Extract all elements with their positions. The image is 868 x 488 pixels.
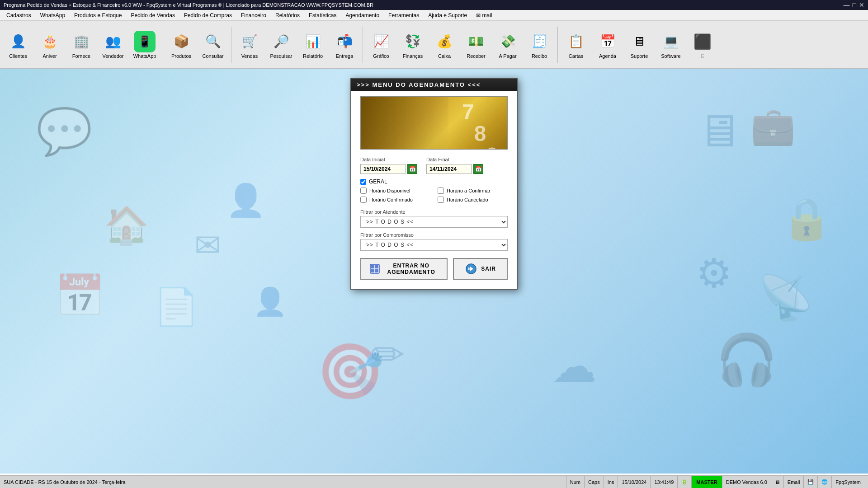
filtro-compromisso-select[interactable]: >> T O D O S <<: [360, 239, 508, 251]
enter-agendamento-button[interactable]: ENTRAR NO AGENDAMENTO: [360, 258, 448, 280]
menu-pedido-compras[interactable]: Pedido de Compras: [179, 11, 236, 19]
menu-ferramentas[interactable]: Ferramentas: [384, 11, 424, 19]
sair-label: SAIR: [481, 266, 496, 272]
data-inicial-input[interactable]: [360, 164, 406, 174]
btn-cartas[interactable]: 📋 Cartas: [561, 29, 590, 61]
btn-receber[interactable]: 💵 Receber: [462, 29, 491, 61]
clientes-icon: 👤: [7, 31, 29, 52]
btn-caixa[interactable]: 💰 Caixa: [430, 29, 459, 61]
status-hdd-icon: 💾: [803, 476, 817, 488]
data-final-group: Data Final 📅: [426, 157, 483, 174]
data-inicial-wrapper: 📅: [360, 164, 417, 174]
data-inicial-calendar-button[interactable]: 📅: [407, 164, 417, 174]
horario-confirmado-checkbox[interactable]: [360, 197, 367, 203]
recibo-icon: 🧾: [528, 31, 550, 52]
btn-a-pagar[interactable]: 💸 A Pagar: [493, 29, 522, 61]
pesquisar-icon: 🔎: [270, 31, 292, 52]
status-date: 15/10/2024: [618, 476, 650, 488]
filtro-atendente-select[interactable]: >> T O D O S <<: [360, 216, 508, 228]
minimize-button[interactable]: —: [844, 1, 850, 9]
btn-agenda[interactable]: 📅 Agenda: [593, 29, 622, 61]
modal-body: 7 8 9 Data Inicial 📅 Data Final: [351, 91, 517, 289]
btn-aniver[interactable]: 🎂 Aniver: [35, 29, 64, 61]
menu-ajuda-suporte[interactable]: Ajuda e Suporte: [424, 11, 472, 19]
horario-disponivel-row: Horário Disponível: [360, 188, 430, 194]
data-final-input[interactable]: [426, 164, 472, 174]
svg-rect-4: [375, 269, 378, 272]
close-button[interactable]: ✕: [859, 1, 864, 9]
relatorio-icon: 📊: [302, 31, 324, 52]
horario-confirmar-checkbox[interactable]: [438, 188, 444, 194]
modal-title-bar: >>> MENU DO AGENDAMENTO <<<: [351, 79, 517, 91]
horario-cancelado-checkbox[interactable]: [438, 197, 444, 203]
svg-rect-2: [371, 269, 374, 272]
window-controls[interactable]: — □ ✕: [844, 1, 864, 9]
geral-checkbox[interactable]: [360, 179, 366, 185]
menu-produtos-estoque[interactable]: Produtos e Estoque: [70, 11, 126, 19]
btn-consultar[interactable]: 🔍 Consultar: [198, 29, 227, 61]
title-text: Programa Pedido de Vendas + Estoque & Fi…: [4, 2, 373, 8]
menu-relatorios[interactable]: Relatórios: [271, 11, 304, 19]
btn-recibo[interactable]: 🧾 Recibo: [525, 29, 554, 61]
toolbar-sep-1: [163, 27, 163, 63]
btn-pesquisar[interactable]: 🔎 Pesquisar: [267, 29, 296, 61]
btn-whatsapp[interactable]: 📱 WhatsApp: [130, 29, 159, 61]
status-caps: Caps: [584, 476, 604, 488]
toolbar-sep-2: [231, 27, 231, 63]
modal-overlay: >>> MENU DO AGENDAMENTO <<< 7 8 9 Data I…: [0, 69, 868, 474]
horario-confirmado-label: Horário Confirmado: [369, 197, 413, 202]
status-num: Num: [566, 476, 584, 488]
status-bar: SUA CIDADE - RS 15 de Outubro de 2024 - …: [0, 475, 868, 488]
status-time: 13:41:49: [650, 476, 677, 488]
sair-button[interactable]: SAIR: [453, 258, 508, 280]
background: 💬 🏠 📅 📄 ✉ 🖥 💼 🔒 📡 ⚙ 🎧 👤 👤 🎯 ✏ ☁ >>> MENU…: [0, 69, 868, 474]
btn-vendas[interactable]: 🛒 Vendas: [235, 29, 264, 61]
menu-whatsapp[interactable]: WhatsApp: [36, 11, 70, 19]
sair-icon: [465, 263, 477, 275]
software-icon: 💻: [660, 31, 682, 52]
receber-icon: 💵: [465, 31, 487, 52]
status-network-icon: 🌐: [817, 476, 831, 488]
grafico-icon: 📈: [370, 31, 392, 52]
filtro-atendente-label: Filtrar por Atendente: [360, 209, 508, 215]
btn-relatorio[interactable]: 📊 Relatório: [298, 29, 327, 61]
menu-cadastros[interactable]: Cadastros: [2, 11, 36, 19]
status-ins: Ins: [604, 476, 618, 488]
horario-disponivel-checkbox[interactable]: [360, 188, 367, 194]
maximize-button[interactable]: □: [853, 1, 856, 9]
modal-buttons: ENTRAR NO AGENDAMENTO SAIR: [360, 258, 508, 280]
fornece-icon: 🏢: [71, 31, 92, 52]
btn-exit[interactable]: ⬛ E: [688, 29, 717, 61]
btn-grafico[interactable]: 📈 Gráfico: [367, 29, 396, 61]
status-city: SUA CIDADE - RS 15 de Outubro de 2024 - …: [4, 479, 566, 485]
menu-pedido-vendas[interactable]: Pedido de Vendas: [126, 11, 179, 19]
horario-confirmar-label: Horário a Confirmar: [447, 188, 491, 193]
enter-icon: [369, 263, 380, 275]
title-bar: Programa Pedido de Vendas + Estoque & Fi…: [0, 0, 868, 10]
menu-financeiro[interactable]: Financeiro: [236, 11, 271, 19]
btn-entrega[interactable]: 📬 Entrega: [330, 29, 359, 61]
btn-financas[interactable]: 💱 Finanças: [398, 29, 427, 61]
data-final-calendar-button[interactable]: 📅: [473, 164, 483, 174]
filtro-compromisso-label: Filtrar por Compromisso: [360, 232, 508, 238]
menu-email[interactable]: ✉ mail: [472, 11, 496, 19]
btn-fornece[interactable]: 🏢 Fornece: [67, 29, 96, 61]
btn-produtos[interactable]: 📦 Produtos: [167, 29, 196, 61]
menu-estatisticas[interactable]: Estatísticas: [304, 11, 341, 19]
geral-row: GERAL: [360, 178, 508, 185]
btn-clientes[interactable]: 👤 Clientes: [4, 29, 33, 61]
enter-agendamento-label: ENTRAR NO AGENDAMENTO: [384, 263, 439, 275]
svg-rect-3: [375, 265, 378, 268]
date-row: Data Inicial 📅 Data Final 📅: [360, 157, 508, 174]
horario-cancelado-row: Horário Cancelado: [438, 197, 508, 203]
btn-vendedor[interactable]: 👥 Vendedor: [99, 29, 127, 61]
btn-suporte[interactable]: 🖥 Suporte: [625, 29, 654, 61]
svg-rect-7: [468, 267, 470, 270]
menu-agendamento[interactable]: Agendamento: [341, 11, 384, 19]
status-monitor-icon: 🖥: [771, 476, 783, 488]
toolbar: 👤 Clientes 🎂 Aniver 🏢 Fornece 👥 Vendedor…: [0, 21, 868, 69]
menu-bar: Cadastros WhatsApp Produtos e Estoque Pe…: [0, 10, 868, 21]
toolbar-sep-3: [363, 27, 363, 63]
modal-title-text: >>> MENU DO AGENDAMENTO <<<: [357, 81, 481, 88]
btn-software[interactable]: 💻 Software: [656, 29, 685, 61]
